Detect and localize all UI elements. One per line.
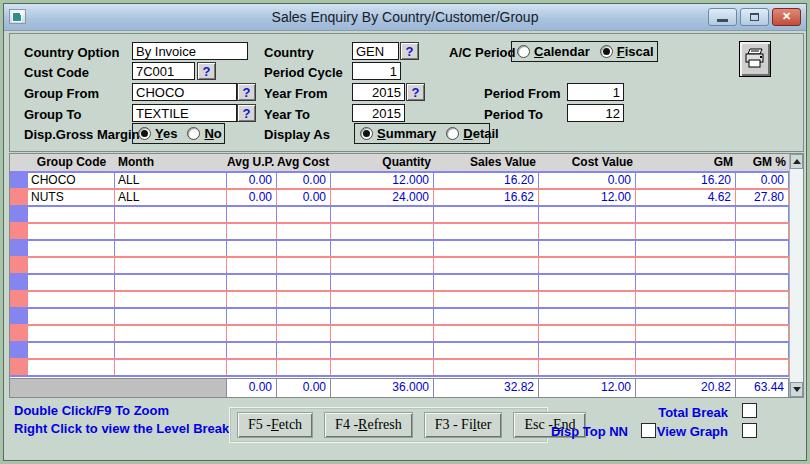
print-button[interactable] — [739, 41, 771, 77]
table-cell — [736, 224, 789, 239]
table-cell — [434, 343, 539, 358]
minimize-button[interactable] — [708, 8, 737, 26]
cust-code-input[interactable] — [132, 62, 195, 80]
row-marker — [10, 326, 28, 341]
totals-label-cell — [10, 379, 227, 397]
table-cell — [115, 241, 227, 256]
table-cell — [277, 343, 331, 358]
table-row[interactable] — [10, 239, 789, 256]
column-header-cost_value: Cost Value — [539, 154, 636, 171]
year-from-label: Year From — [264, 86, 328, 101]
table-cell: 12.00 — [539, 190, 636, 205]
period-cycle-input[interactable] — [352, 62, 401, 80]
group-from-input[interactable] — [132, 83, 237, 101]
disp-top-nn-checkbox[interactable] — [641, 423, 656, 438]
arrow-down-icon — [793, 387, 801, 392]
cust-code-help-button[interactable]: ? — [197, 62, 216, 80]
refresh-button[interactable]: F4 - Refresh — [324, 412, 413, 438]
table-cell — [434, 360, 539, 375]
totals-cell: 32.82 — [434, 379, 539, 397]
column-header-sales_value: Sales Value — [434, 154, 539, 171]
table-cell — [736, 241, 789, 256]
table-cell: 0.00 — [736, 173, 789, 188]
results-grid-panel: Group CodeMonthAvg U.P.Avg CostQuantityS… — [9, 153, 804, 398]
table-cell — [434, 292, 539, 307]
radio-no[interactable]: No — [187, 126, 221, 141]
table-cell — [331, 343, 434, 358]
radio-yes[interactable]: Yes — [138, 126, 177, 141]
table-row[interactable] — [10, 273, 789, 290]
printer-icon — [743, 48, 767, 70]
group-from-help-button[interactable]: ? — [237, 83, 256, 101]
table-cell — [331, 360, 434, 375]
year-from-input[interactable] — [352, 83, 405, 101]
country-input[interactable] — [352, 42, 399, 60]
radio-detail[interactable]: Detail — [446, 126, 498, 141]
table-cell — [636, 258, 736, 273]
total-break-checkbox[interactable] — [742, 403, 757, 418]
table-row[interactable] — [10, 205, 789, 222]
table-cell — [539, 343, 636, 358]
table-row[interactable] — [10, 222, 789, 239]
row-marker — [10, 258, 28, 273]
filter-button[interactable]: F3 - Filter — [424, 412, 503, 438]
table-cell — [227, 326, 277, 341]
country-option-input[interactable] — [132, 42, 248, 60]
table-row[interactable] — [10, 324, 789, 341]
table-cell — [636, 326, 736, 341]
table-cell: 0.00 — [539, 173, 636, 188]
period-from-input[interactable] — [567, 83, 624, 101]
group-to-help-button[interactable]: ? — [237, 104, 256, 122]
radio-icon — [600, 45, 613, 58]
view-graph-checkbox[interactable] — [742, 423, 757, 438]
table-row[interactable] — [10, 256, 789, 273]
group-to-input[interactable] — [132, 104, 237, 122]
display-as-label: Display As — [264, 127, 330, 142]
totals-row: 0.000.0036.00032.8212.0020.8263.44 — [10, 378, 789, 397]
period-from-label: Period From — [484, 86, 561, 101]
radio-calendar[interactable]: Calendar — [517, 44, 590, 59]
table-cell — [28, 275, 115, 290]
fetch-button[interactable]: F5 - Fetch — [237, 412, 313, 438]
vertical-scrollbar[interactable] — [789, 154, 803, 397]
column-header-gm: GM — [636, 154, 736, 171]
scrollbar-track[interactable] — [790, 169, 803, 382]
column-header-month: Month — [115, 154, 227, 171]
radio-summary[interactable]: Summary — [360, 126, 436, 141]
results-grid: Group CodeMonthAvg U.P.Avg CostQuantityS… — [10, 154, 789, 397]
row-marker — [10, 224, 28, 239]
scroll-up-button[interactable] — [790, 154, 803, 169]
table-row[interactable]: CHOCOALL0.000.0012.00016.200.0016.200.00 — [10, 171, 789, 188]
table-cell — [331, 309, 434, 324]
scroll-down-button[interactable] — [790, 382, 803, 397]
radio-fiscal[interactable]: Fiscal — [600, 44, 654, 59]
period-cycle-label: Period Cycle — [264, 65, 343, 80]
country-help-button[interactable]: ? — [400, 42, 419, 60]
maximize-button[interactable] — [740, 8, 769, 26]
table-cell: 16.20 — [636, 173, 736, 188]
table-cell — [434, 326, 539, 341]
table-cell — [331, 292, 434, 307]
table-cell: 0.00 — [277, 173, 331, 188]
column-header-gm_pct: GM % — [736, 154, 789, 171]
table-cell — [434, 207, 539, 222]
table-row[interactable] — [10, 341, 789, 358]
table-row[interactable] — [10, 290, 789, 307]
ac-period-group: Calendar Fiscal — [511, 41, 658, 62]
period-to-input[interactable] — [567, 104, 624, 122]
table-cell — [28, 326, 115, 341]
table-cell — [277, 326, 331, 341]
close-button[interactable]: ✕ — [772, 8, 801, 26]
table-row[interactable]: NUTSALL0.000.0024.00016.6212.004.6227.80 — [10, 188, 789, 205]
table-cell — [331, 207, 434, 222]
table-row[interactable] — [10, 358, 789, 375]
display-as-group: Summary Detail — [354, 123, 490, 144]
year-to-input[interactable] — [352, 104, 405, 122]
table-cell — [539, 309, 636, 324]
table-cell — [28, 207, 115, 222]
table-cell — [636, 292, 736, 307]
year-from-help-button[interactable]: ? — [406, 83, 425, 101]
totals-cell: 12.00 — [539, 379, 636, 397]
table-row[interactable] — [10, 307, 789, 324]
filter-form-panel: Country Option Country ? A/C Period Cale… — [9, 33, 804, 152]
